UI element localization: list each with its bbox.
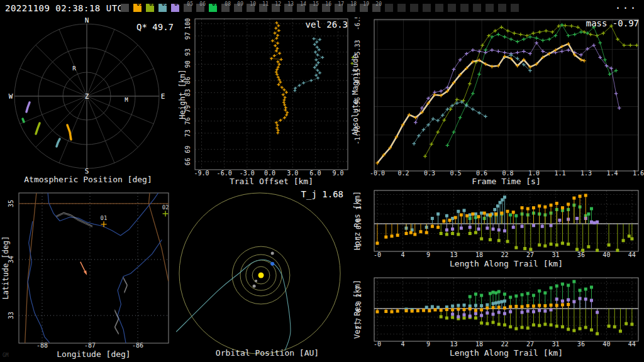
station-chip-02[interactable]: 02 [146, 4, 154, 12]
svg-text:02: 02 [162, 204, 169, 211]
station-chip-empty[interactable] [448, 4, 456, 12]
map-ylabel: Latitude [deg] [1, 236, 10, 299]
svg-text:0.0: 0.0 [264, 170, 275, 177]
station-chip-20[interactable]: 20 [372, 4, 380, 12]
svg-text:4: 4 [401, 251, 404, 258]
station-chip-03[interactable]: 03 [158, 4, 167, 12]
svg-text:01: 01 [101, 215, 108, 221]
velocity-stat: vel 26.3 [306, 19, 348, 30]
station-chip-empty[interactable] [397, 4, 406, 12]
svg-text:97: 97 [184, 32, 191, 40]
svg-text:N: N [85, 18, 89, 25]
svg-text:27: 27 [526, 251, 534, 258]
station-chip-label: 19 [363, 1, 369, 7]
overflow-menu-icon[interactable]: ... [615, 0, 638, 11]
light-curve-panel: -0.00.20.30.50.60.81.01.11.31.41.6-6.52-… [350, 18, 644, 185]
vert-xlabel: Length Along Trail [km] [374, 348, 638, 358]
station-chip-label: 12 [275, 1, 281, 7]
station-chip-empty[interactable] [460, 4, 469, 12]
svg-text:36: 36 [577, 251, 585, 258]
station-chip-07[interactable]: 07 [209, 4, 217, 12]
svg-text:93: 93 [184, 48, 191, 56]
station-chip-label: 06 [199, 1, 206, 7]
station-chip-11[interactable]: 11 [259, 4, 267, 12]
orbital-position-panel: T_j 1.68 Orbital Position [AU] [176, 185, 358, 362]
mass-xlabel: Frame Time [s] [374, 177, 638, 186]
station-chip-empty[interactable] [498, 4, 506, 12]
svg-text:-6.52: -6.52 [354, 18, 361, 30]
station-chip-17[interactable]: 17 [335, 4, 343, 12]
station-chip-01[interactable]: 01 [133, 4, 142, 12]
station-chip-10[interactable]: 10 [247, 4, 255, 12]
station-chip-08[interactable]: 08 [221, 4, 230, 12]
station-chip-label: 04 [174, 1, 180, 7]
station-chip-19[interactable]: 19 [360, 4, 368, 12]
station-chip-label: 02 [149, 1, 155, 7]
station-chip-09[interactable]: 09 [234, 4, 242, 12]
station-chip-06[interactable]: 06 [196, 4, 204, 12]
svg-text:31: 31 [552, 341, 559, 348]
station-chip-label: 18 [350, 1, 357, 7]
svg-text:4: 4 [401, 341, 404, 348]
top-bar: 20221109 02:38:18 UTC 010203040506070809… [0, 0, 644, 18]
station-chip-label: 16 [325, 1, 331, 7]
svg-text:-3.0: -3.0 [240, 170, 255, 177]
svg-text:33: 33 [8, 312, 14, 319]
svg-text:44: 44 [628, 341, 636, 348]
svg-text:69: 69 [184, 146, 191, 153]
station-chip-label: 08 [225, 1, 231, 7]
station-chip-blank[interactable] [121, 4, 129, 12]
svg-text:22: 22 [501, 251, 508, 258]
station-chip-label: 03 [162, 1, 168, 7]
ground-map-plot: -88-87-863534330102 [0, 185, 176, 362]
mass-stat: mass -0.97 [586, 18, 639, 28]
station-chip-04[interactable]: 04 [171, 4, 179, 12]
svg-text:R: R [72, 65, 76, 72]
station-chip-empty[interactable] [423, 4, 431, 12]
horz-xlabel: Length Along Trail [km] [374, 259, 638, 268]
svg-text:22: 22 [501, 341, 508, 348]
station-chip-16[interactable]: 16 [322, 4, 330, 12]
station-chip-empty[interactable] [385, 4, 393, 12]
atmospheric-position-panel: NSWEZRM Q* 49.7 Atmospheric Position [de… [0, 18, 176, 185]
svg-text:M: M [125, 97, 128, 103]
svg-text:Z: Z [85, 92, 89, 101]
utc-timestamp: 20221109 02:38:18 UTC [5, 3, 123, 13]
station-chip-label: 20 [375, 1, 382, 7]
station-chip-label: 10 [250, 1, 256, 7]
station-chip-15[interactable]: 15 [309, 4, 318, 12]
station-chip-label: 01 [136, 1, 143, 7]
svg-text:-6.0: -6.0 [217, 170, 232, 177]
svg-text:18: 18 [475, 341, 483, 348]
svg-text:13: 13 [450, 341, 457, 348]
svg-text:66: 66 [184, 158, 191, 165]
height-profile-plot: -9.0-6.0-3.00.03.06.09.01009793908683797… [176, 18, 358, 185]
horz-ylabel: Horz Res [km] [353, 191, 362, 250]
station-chip-empty[interactable] [410, 4, 418, 12]
station-chip-label: 09 [237, 1, 243, 7]
light-curve-plot: -0.00.20.30.50.60.81.01.11.31.41.6-6.52-… [350, 18, 644, 185]
station-chip-05[interactable]: 05 [184, 4, 192, 12]
tisserand-stat: T_j 1.68 [301, 189, 343, 199]
svg-text:9.0: 9.0 [333, 170, 344, 177]
station-chip-label: 15 [313, 1, 319, 7]
station-chip-empty[interactable] [473, 4, 481, 12]
station-chip-empty[interactable] [486, 4, 494, 12]
station-chip-empty[interactable] [435, 4, 443, 12]
svg-text:9: 9 [426, 251, 430, 258]
station-chip-label: 14 [300, 1, 306, 7]
orb-caption: Orbital Position [AU] [176, 348, 358, 358]
station-chip-14[interactable]: 14 [297, 4, 305, 12]
svg-text:6.0: 6.0 [309, 170, 321, 177]
station-chip-12[interactable]: 12 [272, 4, 280, 12]
map-xlabel: Longitude [deg] [19, 349, 169, 359]
station-chip-empty[interactable] [511, 4, 519, 12]
station-chip-row: 0102030405060708091011121314151617181920 [121, 4, 523, 12]
vert-ylabel: Vert Res [km] [353, 280, 362, 339]
station-chip-18[interactable]: 18 [347, 4, 355, 12]
q-star-stat: Q* 49.7 [136, 22, 174, 32]
station-chip-13[interactable]: 13 [284, 4, 292, 12]
station-chip-label: 13 [287, 1, 294, 7]
svg-text:18: 18 [475, 251, 483, 258]
svg-text:44: 44 [628, 251, 636, 258]
